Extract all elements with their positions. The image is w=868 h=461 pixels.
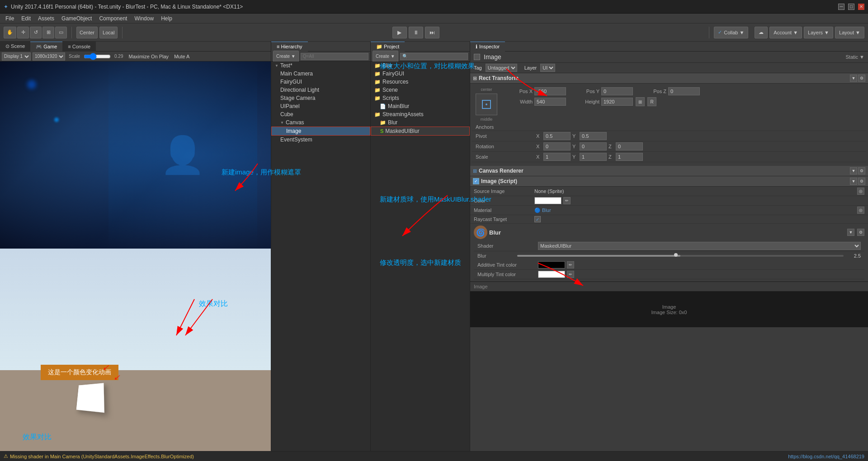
rot-y-input[interactable] — [580, 142, 607, 151]
step-button[interactable]: ⏭ — [425, 27, 439, 38]
pos-x-input[interactable] — [534, 87, 566, 95]
menu-window[interactable]: Window — [131, 14, 157, 23]
rect-transform-expand-btn[interactable]: ▼ — [850, 75, 857, 82]
canvas-renderer-gear-btn[interactable]: ⚙ — [858, 167, 865, 174]
canvas-renderer-header[interactable]: ⊞ Canvas Renderer ▼ ⚙ — [470, 166, 868, 176]
hier-item-eventsystem[interactable]: EventSystem — [271, 136, 370, 144]
tab-project[interactable]: 📁 Project — [371, 42, 405, 52]
mute-label[interactable]: Mute A — [172, 54, 191, 59]
hier-item-cube[interactable]: Cube — [271, 110, 370, 118]
image-script-header[interactable]: ✓ Image (Script) ▼ ⚙ — [470, 176, 868, 187]
pivot-center-button[interactable]: Center — [76, 27, 98, 38]
proj-item-blur-folder[interactable]: 📁 Blur — [371, 61, 470, 70]
move-tool[interactable]: ✛ — [17, 27, 29, 38]
menu-gameobject[interactable]: GameObject — [58, 14, 95, 23]
height-input[interactable] — [601, 98, 633, 106]
close-button[interactable]: ✕ — [858, 4, 864, 10]
rect-transform-header[interactable]: ⊞ Rect Transform ▼ ⚙ — [470, 73, 868, 84]
pause-button[interactable]: ⏸ — [409, 27, 423, 38]
active-checkbox[interactable] — [474, 54, 480, 60]
blur-gear-btn[interactable]: ⚙ — [857, 229, 864, 236]
hierarchy-search[interactable] — [301, 53, 368, 60]
rotate-tool[interactable]: ↺ — [30, 27, 42, 38]
scale-slider[interactable] — [84, 54, 111, 59]
proj-item-scripts-folder[interactable]: 📁 Scripts — [371, 94, 470, 102]
rot-x-input[interactable] — [543, 142, 571, 151]
hier-item-test[interactable]: ▼ Test* — [271, 61, 370, 70]
pivot-x-input[interactable] — [543, 132, 571, 140]
proj-item-streaming-folder[interactable]: 📁 StreamingAssets — [371, 110, 470, 118]
hier-item-image[interactable]: Image — [271, 127, 370, 136]
additive-color-swatch[interactable] — [538, 261, 565, 268]
blur-expand-btn[interactable]: ▼ — [847, 229, 854, 236]
hierarchy-create-btn[interactable]: Create ▼ — [273, 51, 299, 62]
hier-item-stage-camera[interactable]: Stage Camera — [271, 94, 370, 102]
pivot-y-input[interactable] — [580, 132, 607, 140]
layout-button[interactable]: Layout ▼ — [835, 27, 864, 38]
r-btn[interactable]: R — [647, 97, 656, 106]
pos-z-input[interactable] — [668, 87, 700, 95]
menu-help[interactable]: Help — [157, 14, 176, 23]
pivot-local-button[interactable]: Local — [99, 27, 118, 38]
hier-item-dir-light[interactable]: Directional Light — [271, 86, 370, 94]
proj-item-scene-folder[interactable]: 📁 Scene — [371, 86, 470, 94]
hier-item-main-camera[interactable]: Main Camera — [271, 70, 370, 78]
maximize-on-play[interactable]: Maximize On Play — [127, 54, 170, 59]
additive-picker-btn[interactable]: ✏ — [567, 261, 574, 268]
hand-tool[interactable]: ✋ — [4, 27, 16, 38]
rect-transform-gear-btn[interactable]: ⚙ — [858, 75, 865, 82]
proj-item-resources-folder[interactable]: 📁 Resources — [371, 78, 470, 86]
scale-x-input[interactable] — [543, 153, 571, 161]
menu-component[interactable]: Component — [95, 14, 131, 23]
multiply-picker-btn[interactable]: ✏ — [567, 271, 574, 278]
project-search[interactable] — [400, 53, 468, 60]
tab-game[interactable]: 🎮 Game — [30, 42, 62, 52]
cloud-button[interactable]: ☁ — [755, 27, 768, 38]
raycast-checkbox[interactable]: ✓ — [534, 216, 541, 222]
play-button[interactable]: ▶ — [392, 27, 407, 38]
menu-assets[interactable]: Assets — [34, 14, 58, 23]
tab-console[interactable]: ≡ Console — [62, 42, 96, 52]
multiply-color-swatch[interactable] — [538, 271, 565, 278]
scale-tool[interactable]: ⊞ — [42, 27, 54, 38]
rot-z-input[interactable] — [616, 142, 643, 151]
hier-item-fairygui[interactable]: FairyGUI — [271, 78, 370, 86]
rect-tool[interactable]: ▭ — [55, 27, 67, 38]
proj-item-mainblur[interactable]: 📄 MainBlur — [371, 102, 470, 110]
canvas-renderer-expand-btn[interactable]: ▼ — [850, 167, 857, 174]
image-script-gear-btn[interactable]: ⚙ — [858, 178, 865, 185]
tab-inspector[interactable]: ℹ Inspector — [470, 42, 505, 52]
tab-scene[interactable]: ⊙ Scene — [0, 42, 30, 52]
account-button[interactable]: Account ▼ — [769, 27, 802, 38]
layer-selector[interactable]: UI — [540, 64, 555, 72]
image-script-checkbox[interactable]: ✓ — [473, 178, 479, 184]
collab-button[interactable]: ✓ Collab ▼ — [714, 27, 748, 38]
project-create-btn[interactable]: Create ▼ — [373, 51, 398, 62]
display-selector[interactable]: Display 1 — [2, 52, 31, 61]
shader-selector[interactable]: MaskedUIBlur — [538, 242, 861, 250]
menu-file[interactable]: File — [2, 14, 18, 23]
color-swatch[interactable] — [534, 197, 561, 204]
menu-edit[interactable]: Edit — [18, 14, 34, 23]
color-picker-btn[interactable]: ✏ — [563, 197, 571, 204]
tag-selector[interactable]: Untagged — [486, 64, 517, 72]
hier-item-canvas[interactable]: ▼ Canvas — [271, 118, 370, 127]
stretch-btn[interactable]: ⊞ — [636, 97, 645, 106]
anchor-visual[interactable] — [476, 94, 497, 115]
proj-item-maskeduiblur[interactable]: S MaskedUIBlur — [371, 127, 470, 136]
hier-item-uipanel[interactable]: UIPanel — [271, 102, 370, 110]
source-image-select-btn[interactable]: ◎ — [857, 188, 864, 195]
scale-y-input[interactable] — [580, 153, 607, 161]
width-input[interactable] — [534, 98, 566, 106]
proj-item-fairygui-folder[interactable]: 📁 FairyGUI — [371, 70, 470, 78]
pos-y-input[interactable] — [601, 87, 633, 95]
tab-hierarchy[interactable]: ≡ Hierarchy — [271, 42, 308, 52]
resolution-selector[interactable]: 1080x1920 — [33, 52, 65, 61]
scale-z-input[interactable] — [616, 153, 643, 161]
maximize-button[interactable]: □ — [848, 4, 854, 10]
minimize-button[interactable]: ─ — [838, 4, 844, 10]
image-script-expand-btn[interactable]: ▼ — [850, 178, 857, 185]
proj-item-blur-subfolder[interactable]: 📁 Blur — [371, 118, 470, 127]
layers-button[interactable]: Layers ▼ — [804, 27, 833, 38]
material-select-btn[interactable]: ◎ — [857, 207, 864, 214]
